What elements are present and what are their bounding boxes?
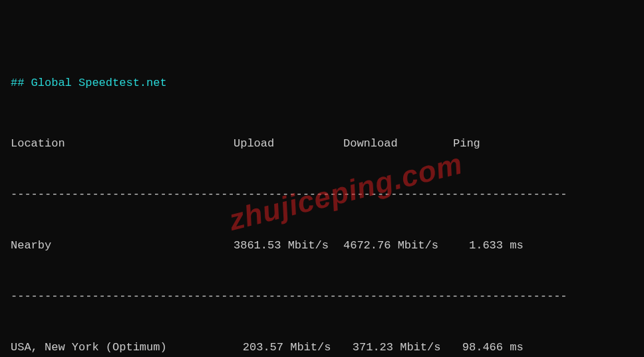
divider: ----------------------------------------… xyxy=(11,288,633,305)
cell-ping: 98.466 ms xyxy=(453,339,524,356)
nearby-download: 4672.76 Mbit/s xyxy=(343,237,453,254)
nearby-ping: 1.633 ms xyxy=(453,237,524,254)
nearby-location: Nearby xyxy=(11,237,234,254)
nearby-row: Nearby 3861.53 Mbit/s 4672.76 Mbit/s 1.6… xyxy=(11,237,633,254)
results-table: USA, New York (Optimum)203.57 Mbit/s371.… xyxy=(11,339,633,358)
header-location: Location xyxy=(11,135,234,153)
table-row: USA, New York (Optimum)203.57 Mbit/s371.… xyxy=(11,339,633,356)
nearby-upload: 3861.53 Mbit/s xyxy=(234,237,343,254)
divider: ----------------------------------------… xyxy=(11,186,633,203)
header-ping: Ping xyxy=(453,135,480,153)
header-download: Download xyxy=(343,135,453,153)
cell-download: 371.23 Mbit/s xyxy=(343,339,453,356)
header-row: Location Upload Download Ping xyxy=(11,135,633,153)
page-title: ## Global Speedtest.net xyxy=(11,75,633,92)
cell-upload: 203.57 Mbit/s xyxy=(234,339,343,356)
header-upload: Upload xyxy=(234,135,343,153)
cell-location: USA, New York (Optimum) xyxy=(11,339,234,356)
